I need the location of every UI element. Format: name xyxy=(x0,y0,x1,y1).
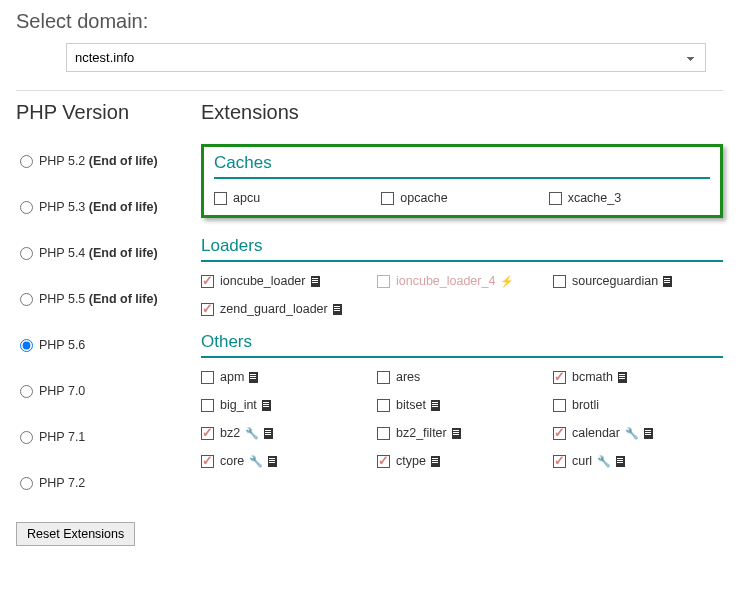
php-version-label: PHP 7.1 xyxy=(39,430,85,444)
extension-checkbox[interactable] xyxy=(201,427,214,440)
extension-label: zend_guard_loader xyxy=(220,302,328,316)
doc-icon[interactable] xyxy=(262,400,271,411)
extension-checkbox[interactable] xyxy=(377,427,390,440)
doc-icon[interactable] xyxy=(431,456,440,467)
doc-icon[interactable] xyxy=(268,456,277,467)
php-version-title: PHP Version xyxy=(16,101,201,124)
extension-label: calendar xyxy=(572,426,620,440)
extension-label: apcu xyxy=(233,191,260,205)
extension-checkbox[interactable] xyxy=(553,371,566,384)
extension-checkbox[interactable] xyxy=(553,275,566,288)
php-version-label: PHP 5.5 (End of life) xyxy=(39,292,158,306)
php-version-radio[interactable] xyxy=(20,477,33,490)
extension-item[interactable]: apm xyxy=(201,370,371,384)
extension-item[interactable]: big_int xyxy=(201,398,371,412)
extension-item[interactable]: bitset xyxy=(377,398,547,412)
doc-icon[interactable] xyxy=(452,428,461,439)
php-version-radio[interactable] xyxy=(20,385,33,398)
extension-checkbox[interactable] xyxy=(377,399,390,412)
php-version-option[interactable]: PHP 5.5 (End of life) xyxy=(16,292,201,306)
extension-checkbox[interactable] xyxy=(201,371,214,384)
php-version-option[interactable]: PHP 7.0 xyxy=(16,384,201,398)
extension-checkbox[interactable] xyxy=(553,427,566,440)
extension-checkbox[interactable] xyxy=(553,455,566,468)
wrench-icon[interactable]: 🔧 xyxy=(597,455,611,468)
extension-checkbox[interactable] xyxy=(201,303,214,316)
doc-icon[interactable] xyxy=(264,428,273,439)
doc-icon[interactable] xyxy=(431,400,440,411)
extension-item[interactable]: calendar🔧 xyxy=(553,426,723,440)
extension-item[interactable]: ioncube_loader_4⚡ xyxy=(377,274,547,288)
extension-label: ctype xyxy=(396,454,426,468)
extension-checkbox[interactable] xyxy=(214,192,227,205)
php-version-radio[interactable] xyxy=(20,247,33,260)
php-version-option[interactable]: PHP 5.2 (End of life) xyxy=(16,154,201,168)
wrench-icon[interactable]: 🔧 xyxy=(625,427,639,440)
group-others: Others apmaresbcmathbig_intbitsetbrotlib… xyxy=(201,332,723,468)
php-version-option[interactable]: PHP 5.6 xyxy=(16,338,201,352)
extension-item[interactable]: zend_guard_loader xyxy=(201,302,371,316)
reset-extensions-button[interactable]: Reset Extensions xyxy=(16,522,135,546)
extension-checkbox[interactable] xyxy=(381,192,394,205)
php-version-label: PHP 7.2 xyxy=(39,476,85,490)
extension-item[interactable]: xcache_3 xyxy=(549,191,710,205)
extension-item[interactable]: core🔧 xyxy=(201,454,371,468)
extension-item[interactable]: sourceguardian xyxy=(553,274,723,288)
wrench-icon[interactable]: 🔧 xyxy=(249,455,263,468)
php-version-option[interactable]: PHP 7.1 xyxy=(16,430,201,444)
extension-item[interactable]: bz2_filter xyxy=(377,426,547,440)
doc-icon[interactable] xyxy=(644,428,653,439)
php-version-radio[interactable] xyxy=(20,201,33,214)
group-others-title: Others xyxy=(201,332,723,358)
extensions-title: Extensions xyxy=(201,101,723,124)
extension-item[interactable]: ares xyxy=(377,370,547,384)
php-version-radio[interactable] xyxy=(20,339,33,352)
extension-item[interactable]: apcu xyxy=(214,191,375,205)
extension-checkbox[interactable] xyxy=(201,275,214,288)
extension-label: opcache xyxy=(400,191,447,205)
extension-checkbox[interactable] xyxy=(201,399,214,412)
doc-icon[interactable] xyxy=(616,456,625,467)
extension-checkbox[interactable] xyxy=(377,371,390,384)
extension-checkbox[interactable] xyxy=(549,192,562,205)
extension-item[interactable]: curl🔧 xyxy=(553,454,723,468)
extension-checkbox[interactable] xyxy=(377,275,390,288)
php-version-label: PHP 5.4 (End of life) xyxy=(39,246,158,260)
extension-label: sourceguardian xyxy=(572,274,658,288)
doc-icon[interactable] xyxy=(333,304,342,315)
select-domain-label: Select domain: xyxy=(16,10,723,33)
php-version-radio[interactable] xyxy=(20,431,33,444)
group-caches-title: Caches xyxy=(214,153,710,179)
extension-label: curl xyxy=(572,454,592,468)
extension-item[interactable]: bz2🔧 xyxy=(201,426,371,440)
extension-label: big_int xyxy=(220,398,257,412)
group-loaders: Loaders ioncube_loaderioncube_loader_4⚡s… xyxy=(201,236,723,316)
php-version-label: PHP 5.2 (End of life) xyxy=(39,154,158,168)
php-version-option[interactable]: PHP 7.2 xyxy=(16,476,201,490)
wrench-icon[interactable]: 🔧 xyxy=(245,427,259,440)
group-loaders-title: Loaders xyxy=(201,236,723,262)
extension-label: bz2 xyxy=(220,426,240,440)
extension-checkbox[interactable] xyxy=(201,455,214,468)
php-version-option[interactable]: PHP 5.4 (End of life) xyxy=(16,246,201,260)
doc-icon[interactable] xyxy=(618,372,627,383)
doc-icon[interactable] xyxy=(311,276,320,287)
group-caches: Caches apcuopcachexcache_3 xyxy=(201,144,723,218)
php-version-radio[interactable] xyxy=(20,293,33,306)
extension-item[interactable]: bcmath xyxy=(553,370,723,384)
extension-item[interactable]: opcache xyxy=(381,191,542,205)
php-version-radio[interactable] xyxy=(20,155,33,168)
extension-checkbox[interactable] xyxy=(553,399,566,412)
domain-select[interactable]: nctest.info xyxy=(66,43,706,72)
extension-item[interactable]: ioncube_loader xyxy=(201,274,371,288)
php-version-label: PHP 5.6 xyxy=(39,338,85,352)
extension-label: xcache_3 xyxy=(568,191,622,205)
php-version-label: PHP 7.0 xyxy=(39,384,85,398)
extension-checkbox[interactable] xyxy=(377,455,390,468)
php-version-option[interactable]: PHP 5.3 (End of life) xyxy=(16,200,201,214)
extension-item[interactable]: ctype xyxy=(377,454,547,468)
extension-item[interactable]: brotli xyxy=(553,398,723,412)
doc-icon[interactable] xyxy=(663,276,672,287)
doc-icon[interactable] xyxy=(249,372,258,383)
extension-label: bcmath xyxy=(572,370,613,384)
